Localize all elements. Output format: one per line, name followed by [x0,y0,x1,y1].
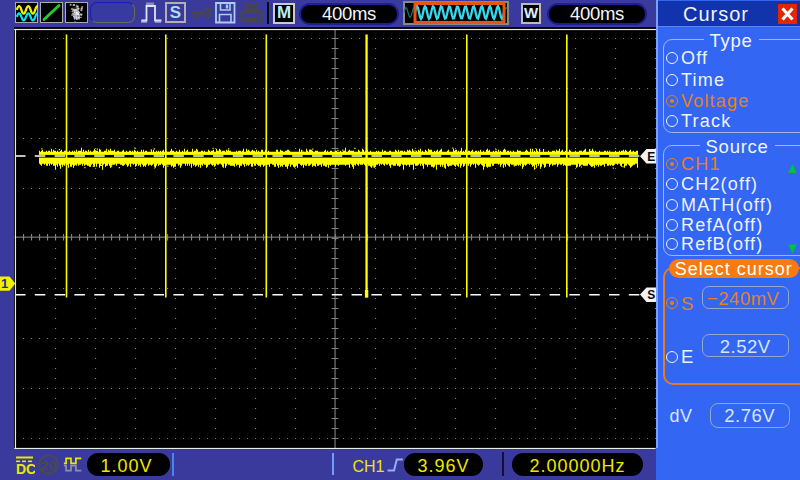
svg-text:S: S [647,288,655,302]
svg-text:20: 20 [41,458,56,473]
svg-text:DC: DC [16,461,35,477]
svg-text:1: 1 [1,276,8,291]
svg-text:E: E [647,150,655,164]
